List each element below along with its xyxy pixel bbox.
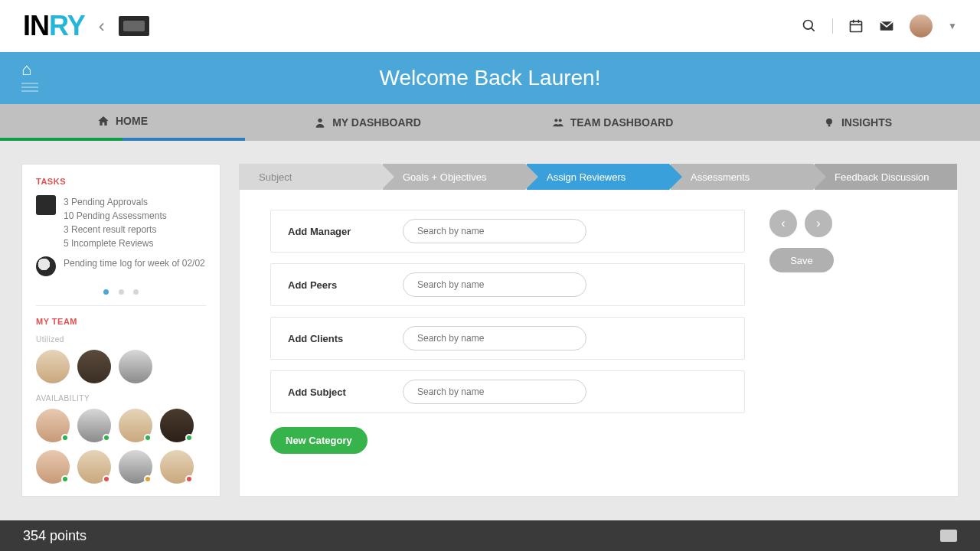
svg-point-8 xyxy=(554,119,557,122)
team-avatar[interactable] xyxy=(77,450,111,484)
availability-avatars xyxy=(36,409,206,484)
task-lines: 3 Pending Approvals 10 Pending Assessmen… xyxy=(64,195,167,250)
team-avatar[interactable] xyxy=(77,409,111,442)
svg-point-10 xyxy=(826,119,832,125)
points-text: 354 points xyxy=(23,528,87,544)
step-assign-reviewers[interactable]: Assign Reviewers xyxy=(527,164,669,190)
calendar-icon[interactable] xyxy=(848,18,864,34)
welcome-text: Welcome Back Lauren! xyxy=(380,66,601,90)
prev-button[interactable]: ‹ xyxy=(769,210,797,237)
mail-icon[interactable] xyxy=(879,18,894,34)
dot-3[interactable] xyxy=(133,289,139,295)
task-assessments: 10 Pending Assessments xyxy=(64,209,167,223)
nav-my-dashboard-label: MY DASHBOARD xyxy=(332,116,421,129)
handshake-small-icon xyxy=(36,195,56,215)
svg-rect-11 xyxy=(828,125,831,127)
dot-1[interactable] xyxy=(103,289,109,295)
main-panel: Subject Goals + Objectives Assign Review… xyxy=(239,164,959,497)
side-actions: ‹ › Save xyxy=(769,210,854,476)
form-panel: Add Manager Add Peers Add Clients Add Su… xyxy=(239,190,959,497)
nav-insights-label: INSIGHTS xyxy=(841,116,892,129)
svg-line-1 xyxy=(812,28,815,31)
stepper: Subject Goals + Objectives Assign Review… xyxy=(239,164,959,190)
top-bar: INRY ‹ ▼ xyxy=(0,0,980,52)
team-avatar[interactable] xyxy=(77,350,111,383)
back-chevron-icon[interactable]: ‹ xyxy=(99,15,105,37)
new-category-button[interactable]: New Category xyxy=(270,427,368,454)
team-avatar[interactable] xyxy=(36,350,70,383)
team-icon xyxy=(552,116,564,129)
team-avatar[interactable] xyxy=(119,350,152,383)
caret-down-icon[interactable]: ▼ xyxy=(948,21,957,31)
nav-my-dashboard[interactable]: MY DASHBOARD xyxy=(245,104,490,141)
sidebar: TASKS 3 Pending Approvals 10 Pending Ass… xyxy=(21,164,220,497)
task-reports: 3 Recent result reports xyxy=(64,223,167,236)
nav-insights[interactable]: INSIGHTS xyxy=(735,104,980,141)
task-approvals: 3 Pending Approvals xyxy=(64,195,167,209)
team-avatar[interactable] xyxy=(119,409,152,442)
step-goals[interactable]: Goals + Objectives xyxy=(383,164,525,190)
nav-home-label: HOME xyxy=(116,115,148,127)
svg-point-9 xyxy=(558,119,561,122)
step-feedback[interactable]: Feedback Discussion xyxy=(815,164,957,190)
label-add-subject: Add Subject xyxy=(288,386,403,398)
svg-rect-2 xyxy=(851,21,862,31)
handshake-icon[interactable] xyxy=(119,16,149,36)
svg-point-0 xyxy=(804,21,813,30)
label-add-manager: Add Manager xyxy=(288,226,403,237)
task-row-timelog[interactable]: Pending time log for week of 02/02 xyxy=(36,256,206,276)
carousel-dots[interactable] xyxy=(36,284,206,298)
save-button[interactable]: Save xyxy=(769,248,834,272)
brand-logo[interactable]: INRY xyxy=(23,10,85,42)
content-area: TASKS 3 Pending Approvals 10 Pending Ass… xyxy=(0,141,980,497)
footer-bar: 354 points xyxy=(0,520,980,551)
bulb-icon xyxy=(823,116,835,129)
dot-2[interactable] xyxy=(119,289,124,295)
home-menu-block[interactable]: ⌂ xyxy=(21,60,38,94)
nav-team-dashboard[interactable]: TEAM DASHBOARD xyxy=(490,104,735,141)
utilized-avatars xyxy=(36,350,206,383)
menu-icon xyxy=(21,83,38,92)
row-add-peers: Add Peers xyxy=(270,263,745,306)
team-avatar[interactable] xyxy=(36,409,70,442)
welcome-banner: ⌂ Welcome Back Lauren! xyxy=(0,52,980,104)
utilized-label: Utilized xyxy=(36,335,206,344)
my-team-title: MY TEAM xyxy=(36,317,206,326)
tasks-title: TASKS xyxy=(36,177,206,186)
step-assessments[interactable]: Assessments xyxy=(671,164,813,190)
task-reviews: 5 Incomplete Reviews xyxy=(64,236,167,250)
label-add-peers: Add Peers xyxy=(288,279,403,291)
task-timelog: Pending time log for week of 02/02 xyxy=(64,256,205,276)
person-icon xyxy=(314,116,326,129)
forms-column: Add Manager Add Peers Add Clients Add Su… xyxy=(270,210,745,476)
row-add-subject: Add Subject xyxy=(270,370,745,413)
team-avatar[interactable] xyxy=(160,450,194,484)
input-add-clients[interactable] xyxy=(403,326,586,350)
chat-icon[interactable] xyxy=(940,530,957,542)
row-add-manager: Add Manager xyxy=(270,210,745,253)
logo-part-2: RY xyxy=(49,10,85,41)
main-nav: HOME MY DASHBOARD TEAM DASHBOARD INSIGHT… xyxy=(0,104,980,141)
team-avatar[interactable] xyxy=(36,450,70,484)
input-add-manager[interactable] xyxy=(403,219,586,243)
task-row-approvals[interactable]: 3 Pending Approvals 10 Pending Assessmen… xyxy=(36,195,206,250)
input-add-peers[interactable] xyxy=(403,272,586,297)
team-avatar[interactable] xyxy=(160,409,194,442)
svg-point-7 xyxy=(318,119,322,122)
nav-team-dashboard-label: TEAM DASHBOARD xyxy=(570,116,674,129)
step-subject[interactable]: Subject xyxy=(239,164,381,190)
pager-buttons: ‹ › xyxy=(769,210,854,237)
user-avatar[interactable] xyxy=(910,15,933,37)
topbar-right: ▼ xyxy=(802,15,957,37)
nav-home[interactable]: HOME xyxy=(0,104,245,141)
label-add-clients: Add Clients xyxy=(288,333,403,344)
availability-label: AVAILABILITY xyxy=(36,394,206,403)
row-add-clients: Add Clients xyxy=(270,317,745,360)
next-button[interactable]: › xyxy=(805,210,832,237)
input-add-subject[interactable] xyxy=(403,380,586,404)
search-icon[interactable] xyxy=(802,18,817,34)
home-nav-icon xyxy=(97,115,109,127)
topbar-left: INRY ‹ xyxy=(23,10,149,42)
clock-icon xyxy=(36,256,56,276)
team-avatar[interactable] xyxy=(119,450,152,484)
